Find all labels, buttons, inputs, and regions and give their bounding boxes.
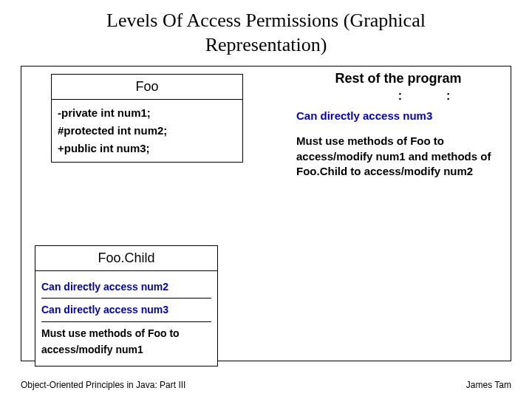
rest-access-num3: Can directly access num3 [296, 109, 502, 123]
uml-class-foo-name: Foo [52, 75, 242, 100]
child-access-num2: Can directly access num2 [41, 276, 211, 299]
rest-access-others: Must use methods of Foo to access/modify… [296, 134, 502, 179]
uml-class-foo: Foo -private int num1; #protected int nu… [51, 74, 243, 163]
uml-class-foochild-body: Can directly access num2 Can directly ac… [35, 271, 217, 366]
footer-right: James Tam [466, 380, 511, 390]
rest-of-program-block: Rest of the program :: Can directly acce… [295, 71, 502, 189]
foo-field-protected: #protected int num2; [58, 122, 236, 140]
rest-heading: Rest of the program [295, 71, 502, 86]
rest-ellipsis: :: [295, 89, 502, 103]
uml-class-foo-body: -private int num1; #protected int num2; … [52, 100, 242, 162]
child-access-num1: Must use methods of Foo to access/modify… [41, 322, 211, 361]
diagram-canvas: Foo -private int num1; #protected int nu… [21, 66, 511, 361]
uml-class-foochild-name: Foo.Child [35, 246, 217, 271]
uml-class-foochild: Foo.Child Can directly access num2 Can d… [35, 245, 218, 366]
slide-footer: Object-Oriented Principles in Java: Part… [21, 380, 511, 390]
foo-field-private: -private int num1; [58, 104, 236, 122]
foo-field-public: +public int num3; [58, 140, 236, 157]
slide-title: Levels Of Access Permissions (Graphical … [0, 0, 532, 63]
child-access-num3: Can directly access num3 [41, 299, 211, 321]
footer-left: Object-Oriented Principles in Java: Part… [21, 380, 185, 390]
